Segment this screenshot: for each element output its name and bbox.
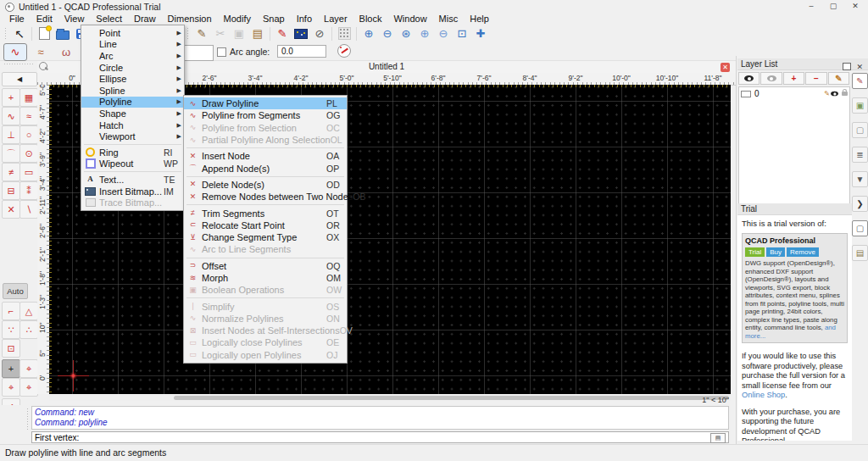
submenu-item-change-segment-type[interactable]: ⊻Change Segment TypeOX <box>184 231 347 243</box>
toolbar-handle[interactable] <box>3 63 34 66</box>
menu-info[interactable]: Info <box>291 13 318 25</box>
minimize-button[interactable]: – <box>800 0 822 13</box>
ellipse-tool-button[interactable]: ⊘ <box>311 26 328 42</box>
two-point-tools-button[interactable]: ∵ <box>2 320 20 339</box>
menu-snap[interactable]: Snap <box>257 13 291 25</box>
add-layer-button[interactable]: + <box>783 72 804 85</box>
menu-item-spline[interactable]: Spline▶ <box>81 85 184 97</box>
show-all-layers-button[interactable] <box>738 72 760 85</box>
online-shop-link[interactable]: Online Shop <box>742 391 785 399</box>
line-tools-button[interactable]: ∿ <box>2 107 20 125</box>
command-input[interactable]: First vertex: ▤ <box>31 431 729 443</box>
menu-item-ring[interactable]: RingRI <box>81 147 184 158</box>
scrollbar-thumb[interactable] <box>174 396 729 400</box>
cut-button[interactable]: ✂ <box>212 26 229 42</box>
submenu-item-logically-close-polylines[interactable]: ▭Logically close PolylinesOE <box>184 336 347 348</box>
zoom-in-alt-button[interactable]: ⊕ <box>416 26 433 42</box>
submenu-item-polyline-from-segments[interactable]: ∿Polyline from SegmentsOG <box>184 109 347 121</box>
menu-item-arc[interactable]: Arc▶ <box>81 50 184 62</box>
submenu-item-partial-polyline-along-selection[interactable]: ∿Partial Polyline Along SelectionOL <box>184 134 347 146</box>
numbered-point-tools-button[interactable]: ⁑ <box>19 181 38 200</box>
submenu-item-morph[interactable]: ≋MorphOM <box>184 272 347 284</box>
spline-tools-button[interactable]: ≈ <box>19 107 38 125</box>
submenu-item-arc-to-line-segments[interactable]: ∿Arc to Line Segments <box>184 243 347 255</box>
tab-close-icon[interactable]: ✕ <box>721 63 730 72</box>
menu-window[interactable]: Window <box>387 13 432 25</box>
menu-modify[interactable]: Modify <box>218 13 257 25</box>
back-button[interactable]: ◀ <box>2 72 37 86</box>
submenu-item-offset[interactable]: ⊃OffsetOQ <box>184 260 347 272</box>
submenu-item-delete-node-s[interactable]: ✕Delete Node(s)OD <box>184 179 347 191</box>
submenu-item-logically-open-polylines[interactable]: ▭Logically open PolylinesOJ <box>184 349 347 361</box>
layer-lock-icon[interactable] <box>842 92 848 96</box>
menu-draw[interactable]: Draw <box>128 13 162 25</box>
menu-file[interactable]: File <box>3 13 31 25</box>
open-file-button[interactable] <box>54 26 71 42</box>
submenu-item-simplify[interactable]: ∣SimplifyOS <box>184 300 347 312</box>
trim-tools-button[interactable]: ≠ <box>2 163 20 181</box>
shape-lookup-button[interactable]: ○ <box>19 125 38 144</box>
clipboard-button[interactable]: ▤ <box>852 245 868 261</box>
menu-item-wipeout[interactable]: WipeoutWP <box>81 158 184 170</box>
command-line-button[interactable]: ❯ <box>852 196 868 212</box>
zoom-window-button[interactable]: ⊡ <box>453 26 470 42</box>
remove-layer-button[interactable]: − <box>805 72 826 85</box>
menu-select[interactable]: Select <box>90 13 128 25</box>
sequence-point-tools-button[interactable]: ∴ <box>19 320 38 339</box>
menu-item-circle[interactable]: Circle▶ <box>81 62 184 74</box>
submenu-item-relocate-start-point[interactable]: ⊂Relocate Start PointOR <box>184 219 347 231</box>
submenu-item-polyline-from-selection[interactable]: ∿Polyline from SelectionOC <box>184 122 347 134</box>
horizontal-scrollbar[interactable] <box>49 395 731 401</box>
snap-middle-button[interactable]: ⌖ <box>19 378 38 397</box>
menu-item-viewport[interactable]: Viewport▶ <box>81 131 184 142</box>
point-tool-button[interactable]: + <box>2 88 20 107</box>
menu-item-shape[interactable]: Shape▶ <box>81 108 184 119</box>
widget-panel-button[interactable]: ▢ <box>852 220 868 236</box>
layer-edit-icon[interactable]: ✎ <box>824 90 830 97</box>
new-file-button[interactable] <box>36 26 53 42</box>
snap-grid-button[interactable]: ⌖ <box>19 359 38 378</box>
arc-angle-input[interactable]: 0.0 <box>277 45 326 58</box>
layer-row[interactable]: 0 ✎ <box>739 87 849 100</box>
menu-misc[interactable]: Misc <box>433 13 465 25</box>
submenu-item-normalize-polylines[interactable]: ∿Normalize PolylinesON <box>184 313 347 325</box>
angle-tools-button[interactable]: △ <box>19 302 38 320</box>
submenu-item-boolean-operations[interactable]: ▣Boolean OperationsOW <box>184 284 347 296</box>
menu-edit[interactable]: Edit <box>31 13 58 25</box>
menu-item-hatch[interactable]: Hatch▶ <box>81 119 184 131</box>
zoom-in-button[interactable]: ⊕ <box>360 26 377 42</box>
arc-angle-checkbox[interactable] <box>217 47 226 57</box>
angle-gauge-icon[interactable] <box>337 44 351 58</box>
submenu-item-draw-polyline[interactable]: ∿Draw PolylinePL <box>184 97 347 109</box>
toolbar-handle[interactable] <box>4 27 8 41</box>
insert-image-button[interactable] <box>292 26 309 42</box>
restore-button[interactable]: ▢ <box>822 0 844 13</box>
copy-button[interactable]: ▣ <box>231 26 248 42</box>
auto-snap-button[interactable]: Auto <box>3 283 28 299</box>
submenu-item-trim-segments[interactable]: ≠Trim SegmentsOT <box>184 207 347 219</box>
menu-item-text[interactable]: AText...TE <box>81 174 184 186</box>
toolbar-handle[interactable] <box>186 27 190 41</box>
block-list-button[interactable]: ≣ <box>852 147 868 163</box>
trial-trial-button[interactable]: Trial <box>745 247 765 257</box>
zoom-extents-button[interactable]: ✚ <box>472 26 489 42</box>
edit-pencil-button[interactable]: ✎ <box>193 26 210 42</box>
auto-zoom-button[interactable]: ⊛ <box>398 26 415 42</box>
polyline-tool-button[interactable]: ∿ <box>3 43 27 61</box>
hide-all-layers-button[interactable] <box>760 72 782 85</box>
edit-layer-button[interactable]: ✎ <box>828 72 849 85</box>
snap-free-button[interactable]: + <box>2 359 20 378</box>
menu-block[interactable]: Block <box>353 13 388 25</box>
menu-layer[interactable]: Layer <box>318 13 353 25</box>
trial-remove-button[interactable]: Remove <box>787 247 819 257</box>
submenu-item-append-node-s[interactable]: ⌒Append Node(s)OP <box>184 162 347 174</box>
menu-item-trace-bitmap[interactable]: Trace Bitmap... <box>81 197 184 208</box>
property-editor-button[interactable]: ✎ <box>852 73 868 89</box>
freehand-tool-button[interactable]: ≈ <box>29 43 53 61</box>
draw-pencil-button[interactable]: ✎ <box>274 26 291 42</box>
paste-button[interactable]: ▤ <box>249 26 266 42</box>
menu-item-insert-bitmap[interactable]: Insert Bitmap...IM <box>81 186 184 197</box>
menu-item-polyline[interactable]: Polyline▶ <box>81 97 184 108</box>
cross-tools-button[interactable]: ✕ <box>2 200 20 219</box>
selection-filter-button[interactable]: ▣ <box>852 97 868 114</box>
